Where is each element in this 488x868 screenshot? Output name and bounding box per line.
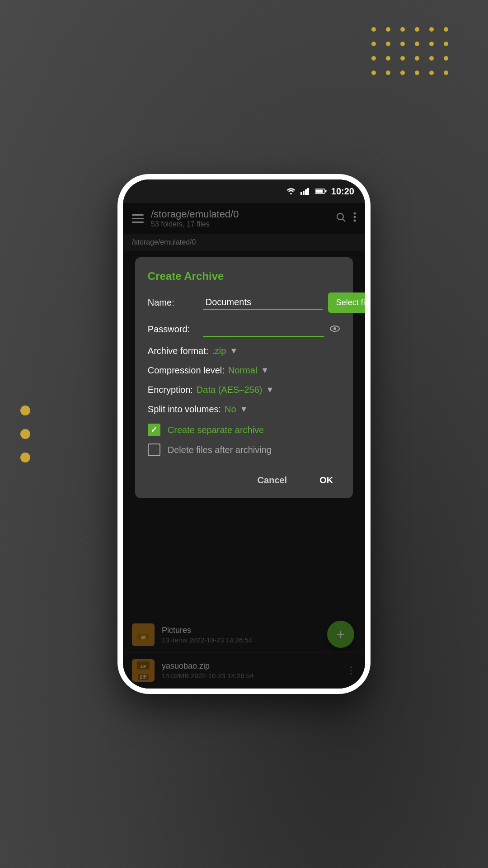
password-label: Password:	[148, 324, 197, 335]
delete-files-label: Delete files after archiving	[168, 445, 272, 455]
compression-level-label: Compression level:	[148, 365, 225, 376]
svg-rect-1	[303, 191, 305, 195]
status-icons: 10:20	[286, 186, 354, 197]
delete-files-checkbox[interactable]	[148, 443, 160, 456]
compression-level-row: Compression level: Normal ▼	[148, 365, 340, 376]
archive-format-label: Archive format:	[148, 346, 208, 356]
ok-button[interactable]: OK	[312, 472, 340, 489]
phone-screen: 10:20 /storage/emulated/0 53 folders, 17…	[123, 179, 365, 689]
split-volumes-label: Split into volumes:	[148, 404, 221, 415]
signal-icon	[300, 188, 310, 195]
name-field-row: Name: Select file...	[148, 292, 340, 313]
phone-frame: 10:20 /storage/emulated/0 53 folders, 17…	[117, 174, 371, 694]
svg-point-13	[333, 327, 336, 330]
encryption-label: Encryption:	[148, 385, 193, 395]
compression-level-value: Normal	[228, 365, 257, 376]
left-dots-decoration	[20, 406, 30, 462]
create-separate-archive-row: Create separate archive	[148, 424, 340, 436]
archive-format-dropdown[interactable]: ▼	[230, 346, 238, 356]
notch	[212, 179, 276, 193]
svg-rect-0	[300, 192, 302, 195]
password-field-row: Password:	[148, 322, 340, 337]
dots-decoration	[371, 27, 452, 79]
select-file-button[interactable]: Select file...	[328, 292, 365, 313]
password-input[interactable]	[203, 322, 324, 337]
compression-level-dropdown[interactable]: ▼	[261, 366, 269, 375]
encryption-dropdown[interactable]: ▼	[266, 385, 274, 395]
archive-format-value: .zip	[212, 346, 226, 356]
screen-content: /storage/emulated/0 53 folders, 17 files	[123, 203, 365, 689]
create-archive-dialog: Create Archive Name: Select file... Pass…	[135, 257, 353, 498]
svg-rect-5	[325, 190, 326, 193]
battery-icon	[315, 188, 327, 194]
name-input[interactable]	[203, 295, 323, 310]
password-toggle-icon[interactable]	[329, 324, 340, 335]
dialog-title: Create Archive	[148, 270, 340, 283]
dialog-overlay: Create Archive Name: Select file... Pass…	[123, 203, 365, 689]
create-separate-archive-checkbox[interactable]	[148, 424, 160, 436]
svg-rect-2	[305, 189, 307, 195]
split-volumes-row: Split into volumes: No ▼	[148, 404, 340, 415]
svg-rect-3	[307, 188, 309, 195]
name-label: Name:	[148, 297, 197, 308]
split-volumes-dropdown[interactable]: ▼	[240, 405, 248, 414]
delete-files-row: Delete files after archiving	[148, 443, 340, 456]
encryption-row: Encryption: Data (AES–256) ▼	[148, 385, 340, 395]
dialog-buttons: Cancel OK	[148, 467, 340, 489]
encryption-value: Data (AES–256)	[197, 385, 263, 395]
status-time: 10:20	[331, 186, 354, 197]
archive-format-row: Archive format: .zip ▼	[148, 346, 340, 356]
create-separate-archive-label: Create separate archive	[168, 425, 264, 435]
split-volumes-value: No	[225, 404, 236, 415]
cancel-button[interactable]: Cancel	[250, 472, 295, 489]
status-bar: 10:20	[123, 179, 365, 203]
svg-rect-6	[315, 190, 323, 193]
wifi-icon	[286, 188, 296, 195]
